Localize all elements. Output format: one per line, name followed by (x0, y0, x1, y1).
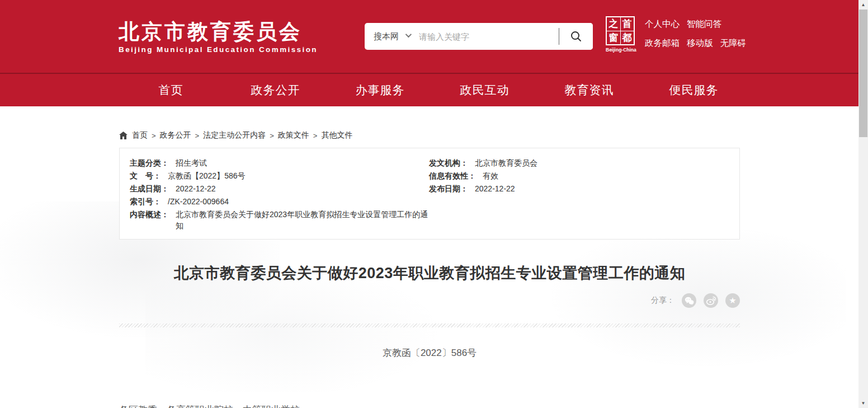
seal-char: 首 (621, 17, 634, 31)
meta-value: 2022-12-22 (475, 183, 515, 194)
crumb-gov-info[interactable]: 政务公开 (160, 130, 191, 140)
crumb-home[interactable]: 首页 (132, 130, 148, 140)
content-area: 首页 > 政务公开 > 法定主动公开内容 > 政策文件 > 其他文件 主题分类：… (0, 106, 868, 408)
search-scope-label: 搜本网 (374, 31, 399, 42)
meta-label: 内容概述： (130, 209, 169, 220)
decorative-divider (119, 323, 740, 327)
document-meta-box: 主题分类： 招生考试 文 号： 京教函【2022】586号 生成日期： 2022… (119, 148, 740, 240)
salutation-line: 各区教委、各高等职业院校、中等职业学校： (119, 404, 740, 408)
search-input[interactable] (419, 23, 559, 50)
nav-item-convenience[interactable]: 便民服务 (641, 74, 746, 106)
scroll-up-arrow[interactable]: ▲ (858, 0, 868, 10)
main-nav: 首页 政务公开 办事服务 政民互动 教育资讯 便民服务 (0, 73, 868, 106)
meta-row-topic: 主题分类： 招生考试 (130, 157, 429, 168)
wechat-share-icon[interactable] (682, 293, 696, 308)
meta-row-issuing-agency: 发文机构： 北京市教育委员会 (429, 157, 729, 168)
meta-value: 北京市教育委员会关于做好2023年职业教育拟招生专业设置管理工作的通知 (176, 209, 429, 231)
meta-label: 文 号： (130, 170, 161, 181)
meta-row-publish-date: 发布日期： 2022-12-22 (429, 183, 729, 194)
meta-row-index-no: 索引号： /ZK-2022-009664 (130, 196, 429, 207)
quick-links: 个人中心 智能问答 政务邮箱 移动版 无障碍 (645, 16, 746, 57)
link-accessibility[interactable]: 无障碍 (720, 37, 747, 49)
favorite-share-icon[interactable]: ★ (725, 293, 740, 308)
nav-item-home[interactable]: 首页 (119, 74, 223, 106)
meta-row-created-date: 生成日期： 2022-12-22 (130, 183, 429, 194)
link-mobile-version[interactable]: 移动版 (687, 37, 713, 49)
link-smart-qa[interactable]: 智能问答 (687, 18, 721, 30)
meta-value: /ZK-2022-009664 (168, 196, 229, 207)
site-title: 北京市教育委员会 (119, 21, 318, 43)
meta-label: 主题分类： (130, 157, 169, 168)
crumb-separator: > (270, 132, 274, 140)
crumb-separator: > (152, 132, 156, 140)
link-gov-mailbox[interactable]: 政务邮箱 (645, 37, 680, 49)
page: 北京市教育委员会 Beijing Municipal Education Com… (0, 0, 868, 408)
meta-value: 有效 (483, 170, 498, 181)
search-button[interactable] (559, 23, 593, 50)
crumb-statutory-disclosure[interactable]: 法定主动公开内容 (203, 130, 266, 140)
breadcrumb: 首页 > 政务公开 > 法定主动公开内容 > 政策文件 > 其他文件 (119, 106, 740, 140)
meta-label: 发文机构： (429, 157, 468, 168)
document-number: 京教函〔2022〕586号 (119, 346, 740, 359)
link-personal-center[interactable]: 个人中心 (645, 18, 680, 30)
site-header: 北京市教育委员会 Beijing Municipal Education Com… (0, 0, 868, 73)
search-scope-select[interactable]: 搜本网 (365, 31, 410, 42)
share-label: 分享： (651, 296, 674, 306)
meta-value: 京教函【2022】586号 (168, 170, 246, 181)
nav-item-interaction[interactable]: 政民互动 (432, 74, 537, 106)
meta-value: 2022-12-22 (176, 183, 216, 194)
star-icon: ★ (729, 296, 736, 304)
crumb-other-documents: 其他文件 (321, 130, 352, 140)
nav-item-services[interactable]: 办事服务 (328, 74, 432, 106)
scrollbar[interactable]: ▲ ▼ (858, 0, 868, 408)
meta-row-summary: 内容概述： 北京市教育委员会关于做好2023年职业教育拟招生专业设置管理工作的通… (130, 209, 429, 231)
capital-window-logo[interactable]: 之 首 窗 都 Beijing-China (606, 16, 636, 53)
meta-label: 信息有效性： (429, 170, 476, 181)
search-bar: 搜本网 (365, 23, 593, 50)
meta-value: 北京市教育委员会 (475, 157, 537, 168)
site-subtitle: Beijing Municipal Education Commission (119, 45, 318, 54)
nav-item-gov-info[interactable]: 政务公开 (223, 74, 328, 106)
chevron-down-icon (405, 31, 412, 37)
meta-value: 招生考试 (176, 157, 207, 168)
crumb-policy-documents[interactable]: 政策文件 (278, 130, 309, 140)
seal-char: 之 (607, 17, 620, 31)
meta-label: 索引号： (130, 196, 161, 207)
meta-row-doc-no: 文 号： 京教函【2022】586号 (130, 170, 429, 181)
nav-item-edu-news[interactable]: 教育资讯 (537, 74, 641, 106)
search-icon (570, 30, 582, 43)
capital-window-caption: Beijing-China (606, 47, 636, 53)
meta-label: 生成日期： (130, 183, 169, 194)
page-title: 北京市教育委员会关于做好2023年职业教育拟招生专业设置管理工作的通知 (119, 264, 740, 283)
meta-label: 发布日期： (429, 183, 468, 194)
seal-char: 窗 (607, 31, 620, 45)
meta-row-validity: 信息有效性： 有效 (429, 170, 729, 181)
share-row: 分享： (119, 293, 740, 308)
weibo-share-icon[interactable] (704, 293, 718, 308)
capital-window-seal: 之 首 窗 都 (606, 16, 635, 45)
scroll-down-arrow[interactable]: ▼ (858, 398, 868, 408)
scrollbar-thumb[interactable] (859, 10, 867, 137)
site-logo[interactable]: 北京市教育委员会 Beijing Municipal Education Com… (119, 21, 318, 54)
crumb-separator: > (195, 132, 200, 140)
home-icon (119, 132, 128, 139)
seal-char: 都 (621, 31, 634, 45)
crumb-separator: > (313, 132, 318, 140)
